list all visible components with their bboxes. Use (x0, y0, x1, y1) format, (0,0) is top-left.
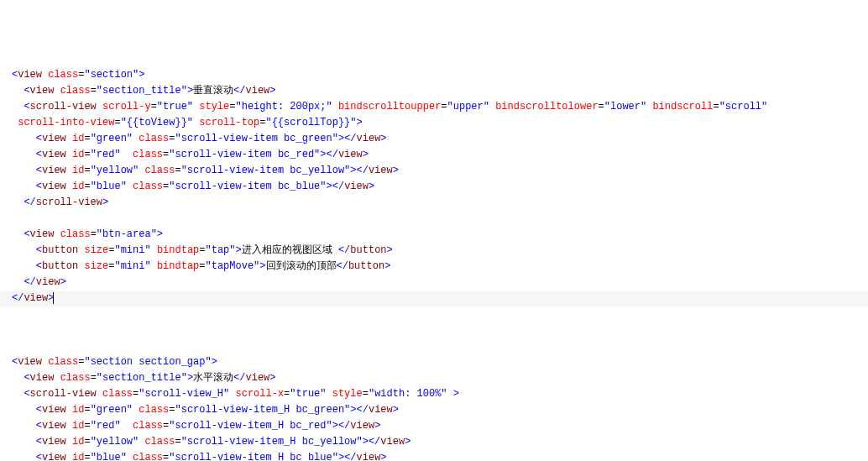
code-line: scroll-into-view="{{toView}}" scroll-top… (0, 115, 868, 131)
code-line: </view> (0, 275, 868, 291)
code-line: <view class="section section_gap"> (0, 354, 868, 370)
code-line: <button size="mini" bindtap="tapMove">回到… (0, 259, 868, 275)
code-line: <view id="green" class="scroll-view-item… (0, 131, 868, 147)
code-line: <view id="yellow" class="scroll-view-ite… (0, 163, 868, 179)
code-line: <scroll-view class="scroll-view_H" scrol… (0, 386, 868, 402)
code-line: </view> (0, 291, 868, 306)
code-line: <view id="red" class="scroll-view-item_H… (0, 418, 868, 434)
code-line: <view class="section"> (0, 67, 868, 83)
code-line: <scroll-view scroll-y="true" style="heig… (0, 99, 868, 115)
code-line: <view class="section_title">垂直滚动</view> (0, 83, 868, 99)
code-line: <view id="green" class="scroll-view-item… (0, 402, 868, 418)
code-line: <view id="red" class="scroll-view-item b… (0, 147, 868, 163)
code-line: </scroll-view> (0, 195, 868, 211)
code-line (0, 211, 868, 227)
code-line (0, 322, 868, 338)
code-editor[interactable]: <view class="section"> <view class="sect… (0, 67, 868, 461)
code-line: <view id="blue" class="scroll-view-item … (0, 179, 868, 195)
code-line: <view id="yellow" class="scroll-view-ite… (0, 434, 868, 450)
code-line (0, 306, 868, 322)
code-line (0, 338, 868, 354)
code-line: <view id="blue" class="scroll-view-item_… (0, 450, 868, 461)
code-line: <view class="btn-area"> (0, 227, 868, 243)
code-line: <button size="mini" bindtap="tap">进入相应的视… (0, 243, 868, 259)
code-line: <view class="section_title">水平滚动</view> (0, 370, 868, 386)
